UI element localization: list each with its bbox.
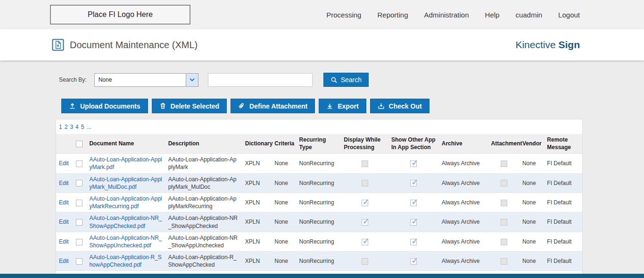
header-edit	[56, 134, 72, 154]
document-name-link[interactable]: AAuto-Loan-Application-NR_ShowAppUncheck…	[89, 235, 162, 249]
row-select-cell	[72, 193, 86, 212]
display-while-processing-checkbox[interactable]	[362, 180, 368, 186]
nav-reporting[interactable]: Reporting	[377, 11, 408, 19]
archive-cell: Always Archive	[439, 212, 488, 232]
row-checkbox[interactable]	[76, 239, 83, 245]
dictionary-cell: XPLN	[242, 154, 272, 173]
toolbar-button-label: Check Out	[389, 102, 422, 110]
attachment-checkbox[interactable]	[501, 258, 507, 265]
show-other-app-checkbox[interactable]	[410, 258, 417, 265]
dictionary-cell: XPLN	[242, 193, 272, 212]
edit-link[interactable]: Edit	[59, 180, 69, 186]
row-select-cell	[72, 154, 86, 173]
page-link-5[interactable]: 5	[81, 124, 84, 130]
display-while-processing-checkbox[interactable]	[362, 219, 368, 226]
document-name-link[interactable]: AAuto-Loan-Application-ApplyMark.pdf	[89, 156, 162, 170]
show-other-app-checkbox[interactable]	[410, 200, 417, 206]
toolbar-export-button[interactable]: Export	[319, 99, 366, 113]
attachment-checkbox[interactable]	[501, 180, 507, 186]
document-name-link[interactable]: AAuto-Loan-Application-NR_ShowAppChecked…	[89, 215, 162, 229]
attachment-checkbox[interactable]	[501, 160, 507, 167]
page-link-2[interactable]: 2	[65, 124, 68, 130]
toolbar-upload-documents-button[interactable]: Upload Documents	[61, 99, 148, 113]
fi-logo-placeholder: Place FI Logo Here	[50, 5, 190, 25]
show-other-app-checkbox[interactable]	[410, 239, 417, 245]
table-header-row: Document NameDescriptionDictionaryCriter…	[56, 134, 582, 154]
edit-link[interactable]: Edit	[59, 258, 69, 264]
header-dictionary: Dictionary	[242, 134, 272, 154]
archive-cell: Always Archive	[439, 193, 488, 212]
edit-link[interactable]: Edit	[59, 238, 69, 245]
toolbar-delete-selected-button[interactable]: Delete Selected	[152, 99, 227, 113]
row-select-cell	[72, 232, 86, 251]
show-other-app-cell	[388, 154, 439, 173]
toolbar-check-out-button[interactable]: Check Out	[370, 99, 429, 113]
export-icon	[326, 102, 333, 110]
vendor-cell: None	[520, 173, 544, 193]
header-description: Description	[165, 134, 242, 154]
nav-administration[interactable]: Administration	[424, 11, 469, 19]
nav-cuadmin[interactable]: cuadmin	[515, 11, 542, 19]
checkout-icon	[378, 102, 385, 110]
document-name-link[interactable]: AAuto-Loan-Application-ApplyMark_MulDoc.…	[89, 176, 162, 190]
table-row: EditAAuto-Loan-Application-NR_ShowAppChe…	[56, 212, 582, 232]
show-other-app-checkbox[interactable]	[410, 219, 417, 226]
attachment-checkbox[interactable]	[501, 219, 507, 226]
search-input[interactable]	[208, 73, 313, 87]
show-other-app-cell	[388, 232, 439, 251]
toolbar-define-attachment-button[interactable]: Define Attachment	[231, 99, 315, 113]
edit-cell: Edit	[56, 212, 72, 232]
display-while-processing-checkbox[interactable]	[362, 200, 368, 206]
nav-processing[interactable]: Processing	[326, 11, 361, 19]
row-checkbox[interactable]	[76, 160, 83, 167]
search-by-dropdown[interactable]: None	[94, 73, 198, 87]
recurring-type-cell: NonRecurring	[297, 154, 341, 173]
display-while-processing-checkbox[interactable]	[362, 160, 368, 167]
attachment-checkbox[interactable]	[501, 200, 507, 206]
pagination: 12345...	[56, 119, 582, 134]
attachment-cell	[488, 232, 519, 251]
document-name-link[interactable]: AAuto-Loan-Application-ApplyMarkRecurrin…	[89, 195, 162, 210]
paperclip-icon	[238, 102, 245, 110]
remote-message-cell: FI Default	[544, 212, 582, 232]
row-checkbox[interactable]	[76, 219, 83, 226]
page-link-1[interactable]: 1	[59, 124, 62, 130]
attachment-checkbox[interactable]	[501, 239, 507, 245]
remote-message-cell: FI Default	[544, 173, 582, 193]
show-other-app-checkbox[interactable]	[410, 180, 417, 186]
edit-cell: Edit	[56, 193, 72, 212]
display-while-processing-cell	[341, 252, 388, 271]
remote-message-cell: FI Default	[544, 193, 582, 212]
row-checkbox[interactable]	[76, 180, 83, 186]
search-button[interactable]: Search	[323, 73, 369, 87]
document-maintenance-screen: Place FI Logo Here ProcessingReportingAd…	[0, 0, 644, 278]
remote-message-cell: FI Default	[544, 232, 582, 251]
row-checkbox[interactable]	[76, 200, 83, 206]
row-select-cell	[72, 212, 86, 232]
edit-link[interactable]: Edit	[59, 199, 69, 206]
show-other-app-checkbox[interactable]	[410, 160, 417, 167]
row-checkbox[interactable]	[76, 258, 83, 265]
archive-cell: Always Archive	[439, 232, 488, 251]
page-link-[interactable]: ...	[86, 124, 91, 130]
criteria-cell: None	[272, 252, 296, 271]
edit-cell: Edit	[56, 232, 72, 251]
header-show-other-app-in-app-section: Show Other App In App Section	[388, 134, 439, 154]
description-cell: AAuto-Loan-Application-ApplyMark_MulDoc	[165, 173, 242, 193]
table-row: EditAAuto-Loan-Application-ApplyMarkRecu…	[56, 193, 582, 212]
select-all-checkbox[interactable]	[76, 141, 83, 147]
nav-help[interactable]: Help	[485, 11, 500, 19]
chevron-down-icon[interactable]	[186, 74, 198, 86]
edit-link[interactable]: Edit	[59, 160, 69, 167]
display-while-processing-checkbox[interactable]	[362, 258, 368, 265]
display-while-processing-checkbox[interactable]	[362, 239, 368, 245]
attachment-cell	[488, 193, 519, 212]
page-link-4[interactable]: 4	[75, 124, 79, 130]
edit-link[interactable]: Edit	[59, 219, 69, 225]
document-name-link[interactable]: AAuto-Loan-Application-R_ShowAppChecked.…	[89, 254, 161, 268]
search-by-label: Search By:	[59, 76, 87, 83]
toolbar-button-label: Export	[338, 102, 358, 110]
documents-table-body: EditAAuto-Loan-Application-ApplyMark.pdf…	[56, 154, 582, 278]
page-link-3[interactable]: 3	[70, 124, 73, 130]
nav-logout[interactable]: Logout	[558, 11, 580, 19]
